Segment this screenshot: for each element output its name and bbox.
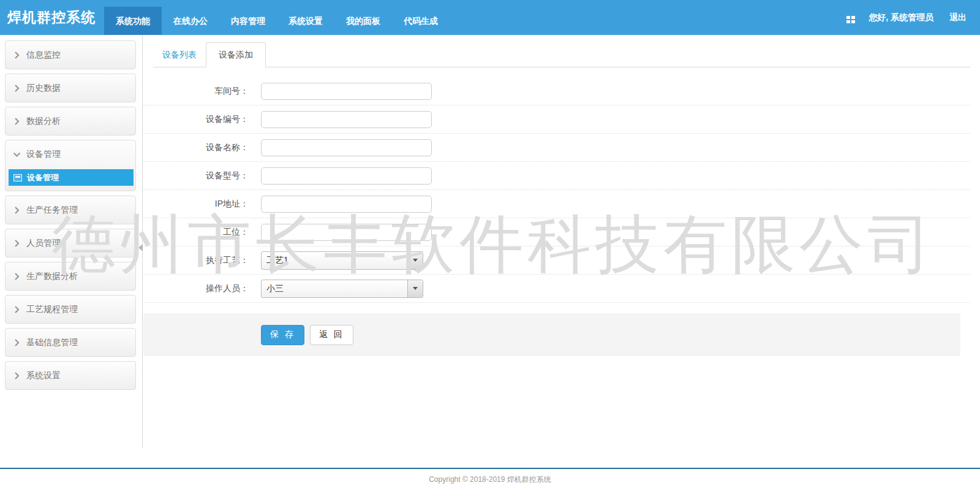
form-actions: 保 存 返 回 bbox=[143, 313, 960, 356]
sidebar-item-process-regulation-management[interactable]: 工艺规程管理 bbox=[5, 295, 136, 324]
process-select[interactable]: 工艺1 bbox=[261, 251, 423, 270]
copyright-text: Copyright © 2018-2019 焊机群控系统 bbox=[429, 475, 551, 484]
caret-down-icon bbox=[413, 287, 418, 290]
nav-item-system-settings[interactable]: 系统设置 bbox=[277, 7, 334, 35]
sidebar-item-label: 生产任务管理 bbox=[26, 205, 78, 216]
sidebar-item-label: 数据分析 bbox=[26, 116, 61, 127]
main-menu: 系统功能 在线办公 内容管理 系统设置 我的面板 代码生成 bbox=[104, 0, 450, 35]
back-button[interactable]: 返 回 bbox=[310, 325, 353, 345]
chevron-right-icon bbox=[14, 339, 20, 346]
sidebar-item-device-management-header[interactable]: 设备管理 bbox=[6, 140, 135, 168]
page-footer: Copyright © 2018-2019 焊机群控系统 bbox=[0, 468, 980, 488]
device-add-form: 车间号： 设备编号： 设备名称： 设备型号： IP地址： 工位： 执行工艺： 工… bbox=[143, 77, 970, 356]
chevron-right-icon bbox=[14, 306, 20, 313]
form-row-device-model: 设备型号： bbox=[143, 162, 970, 190]
tab-device-add[interactable]: 设备添加 bbox=[206, 42, 266, 67]
chevron-right-icon bbox=[14, 207, 20, 214]
tab-bar: 设备列表 设备添加 bbox=[153, 42, 970, 67]
sidebar-item-label: 人员管理 bbox=[26, 238, 61, 249]
device-model-input[interactable] bbox=[261, 167, 432, 185]
sidebar-item-label: 基础信息管理 bbox=[26, 337, 78, 348]
sidebar-collapse-icon[interactable] bbox=[138, 244, 143, 251]
app-title: 焊机群控系统 bbox=[0, 0, 104, 35]
form-row-operator: 操作人员： 小三 bbox=[143, 275, 970, 303]
form-row-station: 工位： bbox=[143, 218, 970, 246]
sidebar-item-production-data-analysis[interactable]: 生产数据分析 bbox=[5, 262, 136, 291]
operator-select-value: 小三 bbox=[262, 283, 407, 294]
form-row-process: 执行工艺： 工艺1 bbox=[143, 246, 970, 275]
sidebar-item-production-task-management[interactable]: 生产任务管理 bbox=[5, 196, 136, 224]
sidebar-item-personnel-management[interactable]: 人员管理 bbox=[5, 229, 136, 257]
device-name-label: 设备名称： bbox=[143, 142, 249, 153]
form-row-device-code: 设备编号： bbox=[143, 105, 970, 134]
sidebar-item-data-analysis[interactable]: 数据分析 bbox=[5, 107, 136, 135]
sidebar-subitem-device-management[interactable]: 设备管理 bbox=[9, 169, 134, 186]
device-code-label: 设备编号： bbox=[143, 114, 249, 125]
nav-item-system-functions[interactable]: 系统功能 bbox=[104, 7, 162, 35]
sidebar-item-label: 设备管理 bbox=[26, 149, 61, 160]
sidebar-item-label: 系统设置 bbox=[26, 370, 61, 381]
top-navbar: 焊机群控系统 系统功能 在线办公 内容管理 系统设置 我的面板 代码生成 您好,… bbox=[0, 0, 980, 35]
device-manage-icon bbox=[13, 174, 22, 181]
chevron-right-icon bbox=[14, 118, 20, 125]
workshop-label: 车间号： bbox=[143, 86, 249, 97]
main-content: 设备列表 设备添加 车间号： 设备编号： 设备名称： 设备型号： IP地址： 工… bbox=[143, 35, 980, 356]
workshop-input[interactable] bbox=[261, 83, 432, 100]
process-select-dropdown-button[interactable] bbox=[407, 252, 423, 269]
chevron-right-icon bbox=[14, 240, 20, 247]
nav-item-online-office[interactable]: 在线办公 bbox=[162, 7, 219, 35]
station-label: 工位： bbox=[143, 227, 249, 238]
chevron-right-icon bbox=[14, 51, 20, 59]
nav-item-code-generation[interactable]: 代码生成 bbox=[392, 7, 450, 35]
form-row-workshop: 车间号： bbox=[143, 77, 970, 105]
save-button[interactable]: 保 存 bbox=[261, 325, 304, 345]
sidebar-item-device-management: 设备管理 设备管理 bbox=[5, 140, 136, 191]
sidebar-item-label: 信息监控 bbox=[26, 50, 61, 61]
nav-item-my-panel[interactable]: 我的面板 bbox=[334, 7, 392, 35]
operator-select-dropdown-button[interactable] bbox=[407, 280, 423, 297]
sidebar-submenu: 设备管理 bbox=[9, 169, 134, 186]
chevron-right-icon bbox=[14, 85, 20, 92]
sidebar-item-info-monitor[interactable]: 信息监控 bbox=[5, 40, 136, 69]
sidebar-item-system-settings[interactable]: 系统设置 bbox=[5, 361, 136, 390]
device-model-label: 设备型号： bbox=[143, 170, 249, 181]
sidebar: 信息监控 历史数据 数据分析 设备管理 设备管理 生产任务管理 bbox=[0, 35, 143, 448]
station-input[interactable] bbox=[261, 224, 432, 241]
sidebar-subitem-label: 设备管理 bbox=[27, 172, 59, 183]
sidebar-item-basic-info-management[interactable]: 基础信息管理 bbox=[5, 328, 136, 357]
sidebar-item-history-data[interactable]: 历史数据 bbox=[5, 74, 136, 102]
device-code-input[interactable] bbox=[261, 111, 432, 128]
operator-label: 操作人员： bbox=[143, 283, 249, 294]
form-row-device-name: 设备名称： bbox=[143, 134, 970, 162]
nav-item-content-management[interactable]: 内容管理 bbox=[219, 7, 277, 35]
sidebar-item-label: 工艺规程管理 bbox=[26, 304, 78, 315]
chevron-down-icon bbox=[13, 151, 21, 157]
ip-address-label: IP地址： bbox=[143, 199, 249, 210]
form-row-ip-address: IP地址： bbox=[143, 190, 970, 218]
sidebar-item-label: 生产数据分析 bbox=[26, 271, 78, 282]
sidebar-item-label: 历史数据 bbox=[26, 83, 61, 94]
operator-select[interactable]: 小三 bbox=[261, 280, 423, 298]
tab-device-list[interactable]: 设备列表 bbox=[153, 42, 206, 67]
user-greeting[interactable]: 您好, 系统管理员 bbox=[869, 12, 933, 23]
caret-down-icon bbox=[413, 259, 418, 262]
grid-icon[interactable] bbox=[846, 16, 850, 19]
device-name-input[interactable] bbox=[261, 139, 432, 156]
ip-address-input[interactable] bbox=[261, 196, 432, 213]
process-label: 执行工艺： bbox=[143, 255, 249, 266]
logout-button[interactable]: 退出 bbox=[949, 12, 967, 23]
chevron-right-icon bbox=[14, 372, 20, 379]
chevron-right-icon bbox=[14, 273, 20, 280]
process-select-value: 工艺1 bbox=[262, 255, 407, 266]
navbar-right: 您好, 系统管理员 退出 bbox=[846, 0, 980, 35]
